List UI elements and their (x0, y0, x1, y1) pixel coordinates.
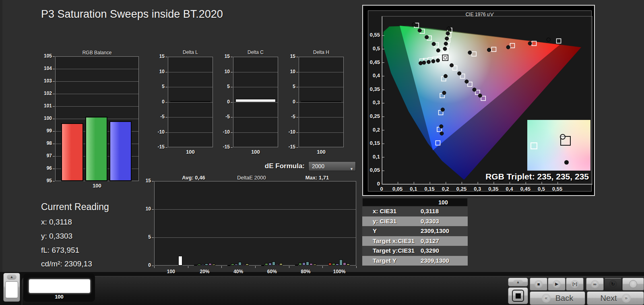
y-axis-tick (165, 102, 167, 103)
cie-y-tick-label: 0,05 (368, 167, 380, 173)
cie-measured-magenta (465, 80, 469, 83)
grid-line (299, 102, 343, 103)
play-icon: ▶ (553, 280, 561, 288)
pattern-popup-button[interactable]: ▲ (3, 273, 20, 302)
grid-line (233, 102, 278, 103)
grid-line (233, 132, 278, 133)
y-axis-tick (53, 81, 55, 82)
delta-bar (235, 99, 276, 102)
table-row-value: 2309,1300 (421, 226, 449, 236)
y-axis-tick-label: 5 (151, 84, 165, 89)
y-axis-tick-label: 5 (216, 84, 230, 89)
y-axis-tick (53, 119, 55, 119)
grid-line (168, 132, 213, 133)
cie-measured-magenta (473, 88, 476, 91)
y-axis-tick-label: 96 (37, 165, 52, 171)
grid-line (168, 72, 213, 72)
grid-line (155, 209, 356, 210)
deltae-bar (328, 263, 332, 266)
cie-x-tick-label: 0 (374, 186, 390, 192)
inset-whitepoint-marker (560, 136, 571, 146)
current-pattern-label: 100 (23, 294, 95, 300)
y-axis-tick (231, 87, 233, 87)
cie-measured-cyan (419, 61, 423, 65)
inset-target-square (530, 142, 537, 149)
y-axis-tick (53, 169, 55, 169)
y-axis-tick-label: 10 (139, 206, 151, 212)
record-icon (629, 280, 637, 288)
y-axis-tick (53, 156, 55, 157)
cie-measured-green (418, 29, 421, 32)
y-axis-tick (165, 147, 167, 148)
y-axis-tick-label: 98 (37, 140, 52, 146)
record-button[interactable] (622, 278, 644, 291)
y-axis-tick (152, 266, 154, 266)
cie-x-tick-label: 0,05 (390, 186, 406, 192)
cie-x-tick-label: 0,45 (517, 186, 533, 192)
y-axis-tick (165, 132, 167, 133)
y-axis-tick (231, 102, 233, 103)
de-formula-dropdown[interactable]: 2000 ▼ (308, 161, 356, 171)
current-reading-fl: fL: 673,951 (41, 246, 79, 255)
cie-y-tick-label: 0,5 (368, 45, 380, 52)
stop-button[interactable]: ■ (530, 278, 547, 291)
y-axis-tick (231, 57, 233, 57)
page-title: P3 Saturation Sweeps inside BT.2020 (41, 8, 223, 21)
deltae-bar (201, 264, 204, 266)
grid-line (233, 87, 278, 87)
deltae-bar (310, 263, 313, 266)
deltae-bar (194, 265, 197, 266)
infinity-button[interactable]: ∞ (586, 278, 604, 291)
deltae-bar (272, 262, 275, 266)
chevrons-right-icon: » (622, 294, 631, 303)
y-axis-tick (165, 57, 167, 57)
next-button[interactable]: Next » (587, 291, 644, 305)
grid-line (299, 72, 343, 72)
cie-measured-blue (444, 74, 448, 78)
cie-measured-red (468, 51, 472, 54)
bracket-button[interactable]: [+] (566, 278, 584, 291)
y-axis-tick-label: 99 (37, 128, 52, 134)
y-axis-tick-label: 15 (151, 54, 165, 59)
rgb-balance-bar-blue (109, 121, 132, 181)
cie-x-tick-label: 0,55 (549, 186, 566, 192)
refresh-button[interactable]: ↻ (604, 278, 622, 291)
cie-y-tick-label: 0,4 (368, 72, 380, 78)
deltae-bar (246, 264, 249, 266)
x-axis-tick-label: 100 (159, 269, 183, 274)
y-axis-tick (296, 102, 298, 103)
bottom-toolbar: ▲ 100 ▲ ■▶[+]∞↻ « Back Next » (0, 272, 644, 305)
cie-measured-magenta (478, 94, 482, 97)
cie-zoom-inset (527, 120, 590, 171)
grid-line (168, 117, 213, 117)
y-axis-tick-label: 15 (139, 178, 151, 183)
delta-l-title: Delta L (160, 49, 221, 55)
chevron-up-icon: ▲ (513, 280, 523, 285)
blank-pattern-button[interactable] (508, 287, 528, 304)
deltae-bar (347, 264, 350, 266)
y-axis-tick (165, 117, 167, 117)
current-pattern-swatch[interactable] (28, 278, 91, 294)
x-axis-tick-label: 100% (327, 269, 351, 274)
y-axis-tick-label: -5 (216, 114, 230, 120)
y-axis-tick-label: -10 (216, 129, 230, 135)
cie-measured-blue (440, 125, 443, 128)
deltae-bar (339, 260, 343, 266)
y-axis-tick (165, 87, 167, 87)
y-axis-tick-label: 95 (37, 178, 52, 183)
y-axis-tick (53, 181, 55, 181)
delta-bar (301, 101, 341, 102)
current-reading-y: y: 0,3303 (41, 232, 72, 241)
back-button[interactable]: « Back (530, 291, 585, 305)
table-row-label: Target Y (373, 256, 396, 266)
cie-measured-magenta (450, 64, 454, 67)
y-axis-tick-label: 0 (216, 99, 230, 105)
play-button[interactable]: ▶ (548, 278, 566, 291)
table-row-label: Y (373, 226, 377, 236)
refresh-icon: ↻ (609, 280, 617, 288)
cie-measured-red (487, 48, 491, 52)
generator-popup-button[interactable]: ▲ (508, 278, 528, 286)
cie-measured-magenta (458, 72, 461, 75)
back-button-label: Back (555, 294, 573, 303)
cie-measured-yellow (444, 42, 448, 45)
